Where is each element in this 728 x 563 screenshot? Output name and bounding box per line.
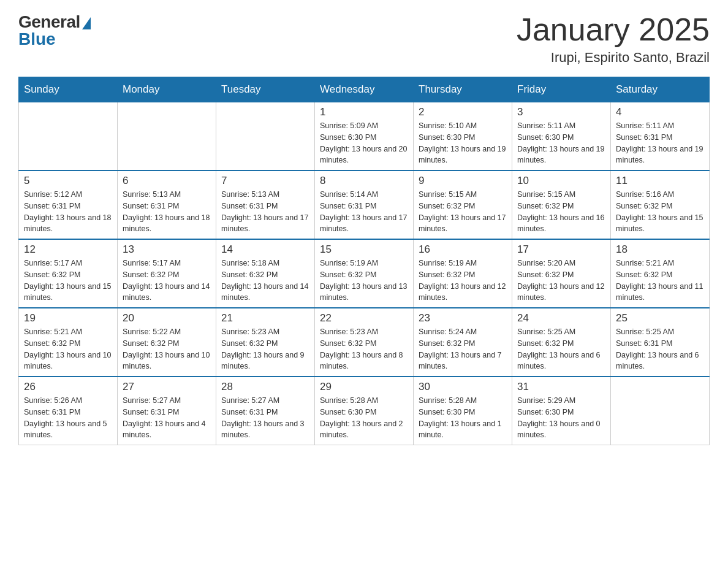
day-info: Sunrise: 5:10 AMSunset: 6:30 PMDaylight:… [419, 120, 507, 166]
calendar-day-header: Sunday [19, 77, 118, 102]
day-info: Sunrise: 5:11 AMSunset: 6:30 PMDaylight:… [517, 120, 605, 166]
logo-triangle-icon [82, 17, 91, 29]
calendar-day-cell: 23Sunrise: 5:24 AMSunset: 6:32 PMDayligh… [414, 308, 512, 377]
calendar-day-header: Wednesday [315, 77, 414, 102]
day-number: 20 [123, 312, 211, 324]
logo-blue: Blue [18, 29, 56, 49]
day-number: 9 [419, 175, 507, 187]
calendar-week-row: 19Sunrise: 5:21 AMSunset: 6:32 PMDayligh… [19, 308, 710, 377]
calendar-day-header: Monday [118, 77, 216, 102]
day-info: Sunrise: 5:17 AMSunset: 6:32 PMDaylight:… [123, 258, 211, 304]
day-number: 5 [24, 175, 112, 187]
day-info: Sunrise: 5:12 AMSunset: 6:31 PMDaylight:… [24, 189, 112, 235]
day-number: 30 [419, 381, 507, 393]
calendar-day-cell: 25Sunrise: 5:25 AMSunset: 6:31 PMDayligh… [611, 308, 710, 377]
day-number: 23 [419, 312, 507, 324]
day-info: Sunrise: 5:13 AMSunset: 6:31 PMDaylight:… [221, 189, 309, 235]
day-number: 19 [24, 312, 112, 324]
day-info: Sunrise: 5:18 AMSunset: 6:32 PMDaylight:… [221, 258, 309, 304]
day-info: Sunrise: 5:21 AMSunset: 6:32 PMDaylight:… [616, 258, 704, 304]
day-info: Sunrise: 5:25 AMSunset: 6:31 PMDaylight:… [616, 326, 704, 372]
calendar-week-row: 5Sunrise: 5:12 AMSunset: 6:31 PMDaylight… [19, 170, 710, 239]
day-info: Sunrise: 5:27 AMSunset: 6:31 PMDaylight:… [221, 395, 309, 441]
day-number: 7 [221, 175, 309, 187]
calendar-day-cell: 4Sunrise: 5:11 AMSunset: 6:31 PMDaylight… [611, 102, 710, 171]
calendar-day-cell: 27Sunrise: 5:27 AMSunset: 6:31 PMDayligh… [118, 377, 216, 445]
calendar-day-cell: 9Sunrise: 5:15 AMSunset: 6:32 PMDaylight… [414, 170, 512, 239]
day-number: 12 [24, 243, 112, 256]
calendar-day-cell: 16Sunrise: 5:19 AMSunset: 6:32 PMDayligh… [414, 239, 512, 308]
calendar-day-header: Thursday [414, 77, 512, 102]
calendar-day-cell: 17Sunrise: 5:20 AMSunset: 6:32 PMDayligh… [512, 239, 611, 308]
day-number: 22 [320, 312, 408, 324]
calendar-week-row: 12Sunrise: 5:17 AMSunset: 6:32 PMDayligh… [19, 239, 710, 308]
calendar-week-row: 1Sunrise: 5:09 AMSunset: 6:30 PMDaylight… [19, 102, 710, 171]
day-info: Sunrise: 5:23 AMSunset: 6:32 PMDaylight:… [221, 326, 309, 372]
calendar-day-cell: 29Sunrise: 5:28 AMSunset: 6:30 PMDayligh… [315, 377, 414, 445]
calendar-day-cell: 28Sunrise: 5:27 AMSunset: 6:31 PMDayligh… [216, 377, 315, 445]
calendar-day-cell [19, 102, 118, 171]
calendar-table: SundayMondayTuesdayWednesdayThursdayFrid… [18, 77, 710, 445]
day-info: Sunrise: 5:19 AMSunset: 6:32 PMDaylight:… [419, 258, 507, 304]
calendar-day-cell: 14Sunrise: 5:18 AMSunset: 6:32 PMDayligh… [216, 239, 315, 308]
day-number: 4 [616, 106, 704, 118]
logo: General Blue [18, 12, 91, 49]
day-info: Sunrise: 5:21 AMSunset: 6:32 PMDaylight:… [24, 326, 112, 372]
calendar-subtitle: Irupi, Espirito Santo, Brazil [517, 50, 710, 66]
page-header: General Blue January 2025 Irupi, Espirit… [18, 12, 710, 66]
calendar-title: January 2025 [517, 12, 710, 47]
day-info: Sunrise: 5:17 AMSunset: 6:32 PMDaylight:… [24, 258, 112, 304]
day-number: 28 [221, 381, 309, 393]
day-info: Sunrise: 5:28 AMSunset: 6:30 PMDaylight:… [320, 395, 408, 441]
calendar-day-cell: 1Sunrise: 5:09 AMSunset: 6:30 PMDaylight… [315, 102, 414, 171]
day-number: 17 [517, 243, 605, 256]
calendar-day-cell: 24Sunrise: 5:25 AMSunset: 6:32 PMDayligh… [512, 308, 611, 377]
day-number: 2 [419, 106, 507, 118]
calendar-day-cell: 31Sunrise: 5:29 AMSunset: 6:30 PMDayligh… [512, 377, 611, 445]
day-info: Sunrise: 5:15 AMSunset: 6:32 PMDaylight:… [517, 189, 605, 235]
day-number: 13 [123, 243, 211, 256]
title-block: January 2025 Irupi, Espirito Santo, Braz… [517, 12, 710, 66]
calendar-day-cell: 30Sunrise: 5:28 AMSunset: 6:30 PMDayligh… [414, 377, 512, 445]
day-info: Sunrise: 5:20 AMSunset: 6:32 PMDaylight:… [517, 258, 605, 304]
calendar-day-cell: 21Sunrise: 5:23 AMSunset: 6:32 PMDayligh… [216, 308, 315, 377]
day-number: 6 [123, 175, 211, 187]
calendar-day-cell: 19Sunrise: 5:21 AMSunset: 6:32 PMDayligh… [19, 308, 118, 377]
calendar-day-cell: 20Sunrise: 5:22 AMSunset: 6:32 PMDayligh… [118, 308, 216, 377]
day-number: 29 [320, 381, 408, 393]
day-number: 31 [517, 381, 605, 393]
day-number: 18 [616, 243, 704, 256]
day-number: 27 [123, 381, 211, 393]
calendar-day-header: Saturday [611, 77, 710, 102]
day-info: Sunrise: 5:28 AMSunset: 6:30 PMDaylight:… [419, 395, 507, 441]
day-number: 10 [517, 175, 605, 187]
calendar-day-cell [216, 102, 315, 171]
calendar-day-cell [611, 377, 710, 445]
day-number: 16 [419, 243, 507, 256]
day-info: Sunrise: 5:15 AMSunset: 6:32 PMDaylight:… [419, 189, 507, 235]
day-number: 25 [616, 312, 704, 324]
day-info: Sunrise: 5:23 AMSunset: 6:32 PMDaylight:… [320, 326, 408, 372]
day-info: Sunrise: 5:26 AMSunset: 6:31 PMDaylight:… [24, 395, 112, 441]
calendar-day-header: Tuesday [216, 77, 315, 102]
day-info: Sunrise: 5:11 AMSunset: 6:31 PMDaylight:… [616, 120, 704, 166]
calendar-day-cell: 3Sunrise: 5:11 AMSunset: 6:30 PMDaylight… [512, 102, 611, 171]
day-number: 15 [320, 243, 408, 256]
day-info: Sunrise: 5:09 AMSunset: 6:30 PMDaylight:… [320, 120, 408, 166]
day-info: Sunrise: 5:29 AMSunset: 6:30 PMDaylight:… [517, 395, 605, 441]
calendar-header-row: SundayMondayTuesdayWednesdayThursdayFrid… [19, 77, 710, 102]
day-number: 24 [517, 312, 605, 324]
calendar-day-cell: 2Sunrise: 5:10 AMSunset: 6:30 PMDaylight… [414, 102, 512, 171]
calendar-day-cell: 10Sunrise: 5:15 AMSunset: 6:32 PMDayligh… [512, 170, 611, 239]
day-info: Sunrise: 5:16 AMSunset: 6:32 PMDaylight:… [616, 189, 704, 235]
calendar-day-cell: 11Sunrise: 5:16 AMSunset: 6:32 PMDayligh… [611, 170, 710, 239]
calendar-day-cell [118, 102, 216, 171]
day-number: 3 [517, 106, 605, 118]
day-info: Sunrise: 5:22 AMSunset: 6:32 PMDaylight:… [123, 326, 211, 372]
day-info: Sunrise: 5:25 AMSunset: 6:32 PMDaylight:… [517, 326, 605, 372]
day-info: Sunrise: 5:24 AMSunset: 6:32 PMDaylight:… [419, 326, 507, 372]
calendar-day-cell: 13Sunrise: 5:17 AMSunset: 6:32 PMDayligh… [118, 239, 216, 308]
calendar-day-cell: 7Sunrise: 5:13 AMSunset: 6:31 PMDaylight… [216, 170, 315, 239]
day-number: 8 [320, 175, 408, 187]
calendar-day-cell: 15Sunrise: 5:19 AMSunset: 6:32 PMDayligh… [315, 239, 414, 308]
